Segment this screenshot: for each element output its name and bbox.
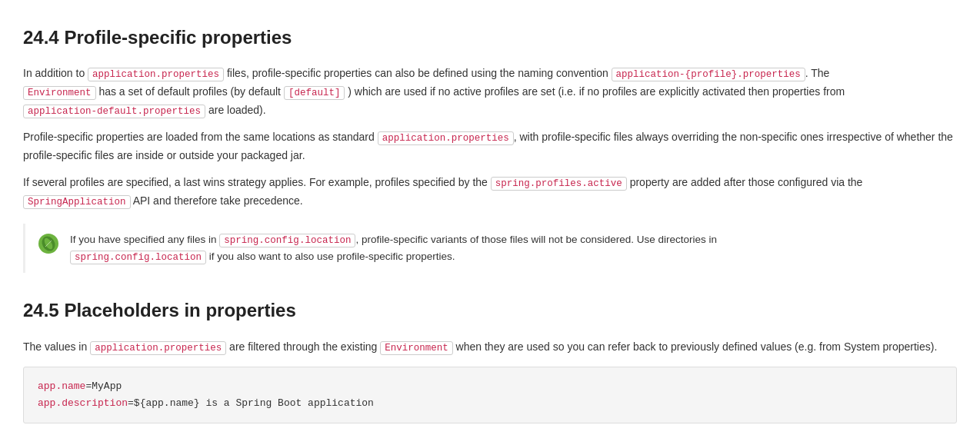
para4-text-end: API and therefore take precedence.	[131, 194, 303, 207]
para2-text-middle1: has a set of default profiles (by defaul…	[96, 85, 284, 98]
note-code-spring-config-location-1: spring.config.location	[219, 234, 355, 247]
section-24-4-para4: If several profiles are specified, a las…	[23, 174, 957, 210]
spring-leaf-icon	[38, 233, 59, 254]
note-para1-before: If you have specified any files in	[70, 234, 219, 245]
note-icon	[38, 233, 59, 254]
section-24-4-heading: 24.4 Profile-specific properties	[23, 23, 957, 52]
para1-s2-middle: are filtered through the existing	[226, 340, 380, 353]
code-application-default-properties: application-default.properties	[23, 105, 205, 118]
note-box: If you have specified any files in sprin…	[23, 224, 957, 273]
note-text: If you have specified any files in sprin…	[70, 231, 717, 265]
code-line2-sep: =	[128, 397, 134, 409]
code-application-properties-2: application.properties	[378, 131, 514, 145]
para2-text-middle2: ) which are used if no active profiles a…	[345, 85, 845, 98]
section-24-4-para1: In addition to application.properties fi…	[23, 65, 957, 119]
code-line-2: app.description=${app.name} is a Spring …	[38, 395, 942, 412]
para3-text-before: Profile-specific properties are loaded f…	[23, 131, 378, 143]
code-line-1: app.name=MyApp	[38, 378, 942, 395]
para2-text-end: are loaded).	[205, 104, 266, 116]
code-line1-value: MyApp	[92, 380, 122, 392]
code-environment-1: Environment	[23, 86, 96, 100]
section-24-4-para3: Profile-specific properties are loaded f…	[23, 128, 957, 164]
code-application-properties-1: application.properties	[88, 68, 224, 81]
code-spring-application: SpringApplication	[23, 195, 131, 209]
note-code-spring-config-location-2: spring.config.location	[70, 251, 206, 264]
code-default: [default]	[284, 86, 345, 100]
code-spring-profiles-active: spring.profiles.active	[491, 177, 627, 191]
code-application-properties-s2: application.properties	[90, 341, 226, 355]
section-24-5-heading: 24.5 Placeholders in properties	[23, 296, 957, 325]
code-application-profile-properties: application-{profile}.properties	[612, 68, 805, 81]
para1-s2-before: The values in	[23, 340, 90, 353]
para4-text-middle: property are added after those configure…	[627, 176, 863, 188]
section-24-5-para1: The values in application.properties are…	[23, 338, 957, 357]
note-para1-middle: , profile-specific variants of those fil…	[355, 234, 717, 245]
para1-text-after: . The	[805, 67, 830, 79]
para1-s2-end: when they are used so you can refer back…	[453, 340, 938, 353]
code-line2-key: app.description	[38, 397, 128, 409]
para1-text-before: In addition to	[23, 67, 88, 79]
code-line1-key: app.name	[38, 380, 85, 392]
para4-text-before: If several profiles are specified, a las…	[23, 176, 491, 188]
note-para1-end: if you also want to also use profile-spe…	[206, 251, 455, 262]
para1-text-middle1: files, profile-specific properties can a…	[224, 67, 612, 79]
code-block: app.name=MyApp app.description=${app.nam…	[23, 367, 957, 423]
section-24-4: 24.4 Profile-specific properties In addi…	[23, 23, 957, 273]
code-environment-s2: Environment	[380, 341, 453, 355]
section-24-5: 24.5 Placeholders in properties The valu…	[23, 296, 957, 423]
code-line2-value: ${app.name} is a Spring Boot application	[134, 397, 374, 409]
